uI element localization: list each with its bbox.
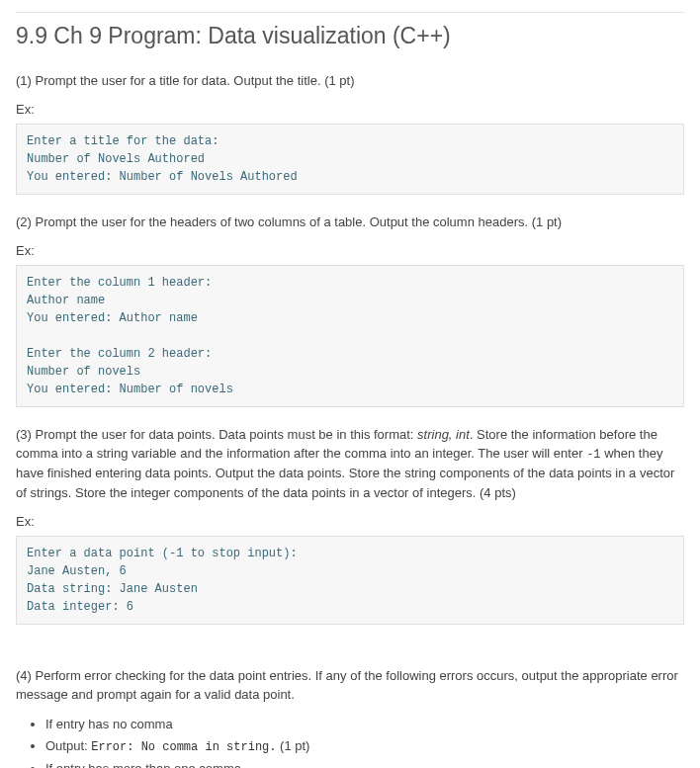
points-1: (1 pt) bbox=[276, 738, 309, 753]
neg-one-literal: -1 bbox=[586, 448, 600, 462]
step-2-text: (2) Prompt the user for the headers of t… bbox=[16, 213, 684, 232]
output-prefix: Output: bbox=[45, 738, 91, 753]
code-block-3: Enter a data point (-1 to stop input): J… bbox=[16, 536, 684, 625]
step-3-part-a: (3) Prompt the user for data points. Dat… bbox=[16, 427, 417, 442]
step-4-text: (4) Perform error checking for the data … bbox=[16, 666, 684, 705]
list-item: Output: Error: No comma in string. (1 pt… bbox=[45, 736, 684, 756]
example-label-3: Ex: bbox=[16, 512, 684, 532]
code-block-1: Enter a title for the data: Number of No… bbox=[16, 124, 684, 195]
step-1-text: (1) Prompt the user for a title for data… bbox=[16, 71, 684, 91]
error-list: If entry has no comma Output: Error: No … bbox=[45, 715, 684, 769]
example-label-2: Ex: bbox=[16, 241, 684, 261]
example-label-1: Ex: bbox=[16, 100, 684, 120]
code-block-2: Enter the column 1 header: Author name Y… bbox=[16, 265, 684, 407]
step-3-text: (3) Prompt the user for data points. Dat… bbox=[16, 425, 684, 503]
list-item: If entry has more than one comma bbox=[45, 759, 684, 768]
format-string: string, int bbox=[417, 427, 470, 442]
error-no-comma: Error: No comma in string. bbox=[91, 740, 276, 754]
list-item: If entry has no comma bbox=[45, 715, 684, 734]
page-title: 9.9 Ch 9 Program: Data visualization (C+… bbox=[16, 12, 684, 53]
